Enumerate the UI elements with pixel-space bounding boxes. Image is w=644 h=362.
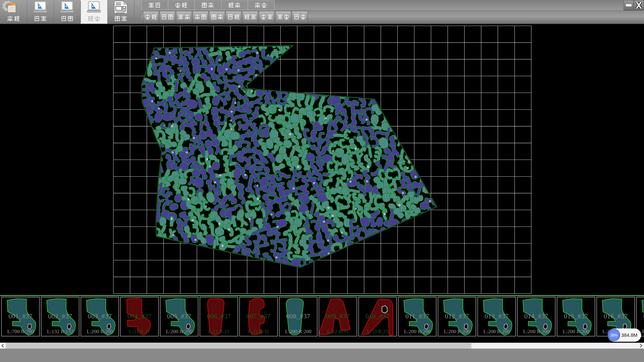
svg-text:016_#37: 016_#37 [604,313,628,320]
svg-text:L:200 R:200: L:200 R:200 [563,328,589,334]
svg-text:010_#37: 010_#37 [366,313,390,320]
svg-text:L:200 R:200: L:200 R:200 [444,328,470,334]
svg-text:006_#37: 006_#37 [207,313,231,320]
svg-text:L:132 R:132: L:132 R:132 [47,328,73,334]
svg-text:L:21 R:21: L:21 R:21 [208,328,229,334]
svg-text:L:32 R:31: L:32 R:31 [327,328,348,334]
svg-text:007_#37: 007_#37 [247,313,271,320]
svg-text:001_#37: 001_#37 [8,313,33,320]
svg-text:L:200 R:200: L:200 R:200 [87,328,113,334]
svg-text:L:200 R:200: L:200 R:200 [404,328,431,334]
svg-text:L:700 R:700: L:700 R:700 [7,328,34,334]
svg-text:014_#37: 014_#37 [524,313,548,320]
svg-text:L:200 R:200: L:200 R:200 [642,328,644,334]
svg-text:384.8M: 384.8M [621,333,637,338]
svg-text:009_#37: 009_#37 [326,313,350,320]
svg-text:005_#37: 005_#37 [167,313,191,320]
svg-text:015_#37: 015_#37 [564,313,588,320]
svg-text:013_#37: 013_#37 [485,313,509,320]
svg-text:L:33 R:33: L:33 R:33 [367,328,388,334]
svg-text:011_#37: 011_#37 [405,313,429,320]
svg-text:L:31 R:31: L:31 R:31 [248,328,269,334]
svg-text:012_#37: 012_#37 [445,313,469,320]
svg-text:38%: 38% [610,333,618,337]
svg-text:L:200 R:200: L:200 R:200 [483,328,510,334]
svg-text:002_#37: 002_#37 [48,313,72,320]
svg-text:L:200 R:200: L:200 R:200 [166,328,193,334]
svg-text:L:200 R:200: L:200 R:200 [285,328,312,334]
svg-text:L:200 R:200: L:200 R:200 [523,328,550,334]
svg-text:004_#37: 004_#37 [127,313,152,320]
svg-text:L:31 R:31: L:31 R:31 [129,328,150,334]
svg-text:008_#37: 008_#37 [286,313,310,320]
svg-text:003_#37: 003_#37 [88,313,112,320]
